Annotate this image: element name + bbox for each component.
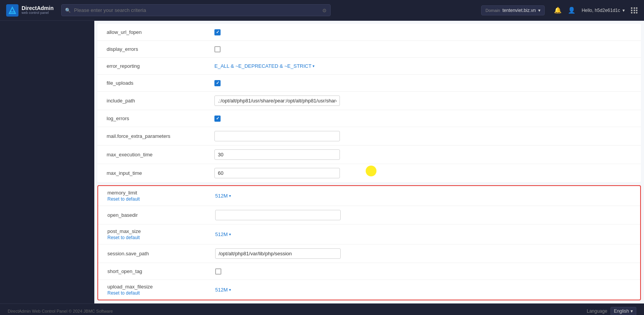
- search-input[interactable]: [61, 4, 331, 16]
- user-greeting[interactable]: Hello, h5d2e61d1c ▾: [582, 8, 625, 13]
- topbar-icons: 🔔 👤 Hello, h5d2e61d1c ▾: [554, 7, 638, 14]
- settings-row-log-errors: log_errors: [97, 110, 641, 127]
- domain-selector[interactable]: Domain tentenviet.biz.vn ▾: [481, 5, 545, 15]
- settings-row-file-uploads: file_uploads: [97, 75, 641, 92]
- setting-name-mail-force: mail.force_extra_parameters: [107, 133, 214, 139]
- reset-to-default-upload[interactable]: Reset to default: [107, 290, 215, 296]
- setting-value-mail-force: [214, 131, 632, 141]
- settings-row-error-reporting: error_reporting E_ALL & ~E_DEPRECATED & …: [97, 58, 641, 75]
- settings-row-open-basedir: open_basedir: [98, 206, 640, 225]
- checkbox-file-uploads[interactable]: [214, 80, 221, 86]
- max-execution-input[interactable]: [214, 149, 340, 160]
- setting-name-stack-upload-max: upload_max_filesize Reset to default: [107, 284, 215, 296]
- max-input-time-input[interactable]: [214, 168, 340, 178]
- footer: DirectAdmin Web Control Panel © 2024 JBM…: [0, 303, 644, 315]
- setting-name-display-errors: display_errors: [107, 46, 214, 52]
- footer-copyright: DirectAdmin Web Control Panel © 2024 JBM…: [8, 309, 113, 313]
- sidebar: [0, 21, 94, 303]
- open-basedir-input[interactable]: [215, 210, 341, 220]
- language-dropdown-arrow: ▾: [631, 308, 633, 314]
- memory-limit-value: 512M: [215, 193, 228, 199]
- error-reporting-value: E_ALL & ~E_DEPRECATED & ~E_STRICT: [214, 63, 311, 69]
- setting-name-memory-limit: memory_limit: [107, 190, 215, 196]
- settings-row-max-input-time: max_input_time: [97, 164, 641, 182]
- settings-row-memory-limit: memory_limit Reset to default 512M ▾: [98, 186, 640, 206]
- setting-value-include-path: [214, 96, 632, 106]
- session-save-path-input[interactable]: [215, 248, 341, 259]
- settings-row-short-open-tag: short_open_tag: [98, 263, 640, 280]
- logo-subtitle: web control panel: [22, 11, 54, 15]
- language-selector[interactable]: English ▾: [611, 307, 636, 315]
- search-icon: 🔍: [65, 8, 71, 13]
- error-reporting-arrow: ▾: [313, 64, 314, 68]
- upload-max-filesize-value: 512M: [215, 287, 228, 293]
- footer-language: Language English ▾: [587, 307, 636, 315]
- settings-panel-top: allow_url_fopen display_errors error_rep…: [97, 24, 641, 182]
- setting-name-max-execution: max_execution_time: [107, 152, 214, 158]
- logo-text: DirectAdmin web control panel: [22, 5, 54, 15]
- setting-value-file-uploads: [214, 80, 632, 86]
- include-path-input[interactable]: [214, 96, 340, 106]
- user-icon[interactable]: 👤: [568, 7, 575, 14]
- settings-row-max-execution: max_execution_time: [97, 146, 641, 164]
- logo-title: DirectAdmin: [22, 5, 54, 11]
- setting-value-memory-limit: 512M ▾: [215, 193, 631, 199]
- post-max-size-arrow: ▾: [229, 232, 231, 236]
- setting-value-max-execution: [214, 149, 632, 160]
- setting-value-open-basedir: [215, 210, 631, 220]
- language-value: English: [614, 308, 629, 314]
- reset-to-default-post-max[interactable]: Reset to default: [107, 235, 215, 240]
- setting-name-post-max-size: post_max_size: [107, 228, 215, 234]
- footer-language-label: Language: [587, 308, 607, 314]
- post-max-size-dropdown[interactable]: 512M ▾: [215, 231, 231, 237]
- upload-max-filesize-dropdown[interactable]: 512M ▾: [215, 287, 231, 293]
- checkbox-short-open-tag[interactable]: [215, 268, 221, 275]
- setting-value-session-save-path: [215, 248, 631, 259]
- memory-limit-arrow: ▾: [229, 194, 231, 198]
- logo-icon: [6, 4, 18, 17]
- error-reporting-dropdown[interactable]: E_ALL & ~E_DEPRECATED & ~E_STRICT ▾: [214, 63, 314, 69]
- setting-name-include-path: include_path: [107, 98, 214, 104]
- setting-value-error-reporting: E_ALL & ~E_DEPRECATED & ~E_STRICT ▾: [214, 63, 632, 69]
- setting-name-stack-memory: memory_limit Reset to default: [107, 190, 215, 202]
- setting-name-short-open-tag: short_open_tag: [107, 268, 215, 274]
- post-max-size-value: 512M: [215, 231, 228, 237]
- domain-label: Domain: [485, 8, 500, 13]
- settings-row-mail-force: mail.force_extra_parameters: [97, 127, 641, 146]
- user-greeting-text: Hello, h5d2e61d1c: [582, 8, 620, 13]
- setting-name-max-input-time: max_input_time: [107, 170, 214, 176]
- apps-grid-icon[interactable]: [631, 7, 638, 13]
- settings-row: allow_url_fopen: [97, 24, 641, 41]
- setting-name-log-errors: log_errors: [107, 116, 214, 121]
- upload-max-filesize-arrow: ▾: [229, 288, 231, 292]
- settings-row-display-errors: display_errors: [97, 41, 641, 58]
- svg-rect-0: [6, 4, 18, 17]
- setting-name-upload-max-filesize: upload_max_filesize: [107, 284, 215, 290]
- mail-force-input[interactable]: [214, 131, 340, 141]
- memory-limit-dropdown[interactable]: 512M ▾: [215, 193, 231, 199]
- logo: DirectAdmin web control panel: [6, 4, 54, 17]
- reset-to-default-memory[interactable]: Reset to default: [107, 196, 215, 202]
- checkbox-log-errors[interactable]: [214, 116, 221, 122]
- search-wrapper: 🔍 ⚙: [61, 4, 331, 16]
- setting-name-stack-post-max: post_max_size Reset to default: [107, 228, 215, 240]
- setting-value-post-max-size: 512M ▾: [215, 231, 631, 237]
- settings-row-upload-max-filesize: upload_max_filesize Reset to default 512…: [98, 280, 640, 300]
- setting-name-session-save-path: session.save_path: [107, 251, 215, 256]
- checkbox-display-errors[interactable]: [214, 46, 221, 52]
- setting-value-short-open-tag: [215, 268, 631, 275]
- settings-row-include-path: include_path: [97, 92, 641, 110]
- notifications-icon[interactable]: 🔔: [554, 7, 562, 14]
- setting-name-open-basedir: open_basedir: [107, 212, 215, 218]
- highlight-section: memory_limit Reset to default 512M ▾ ope…: [97, 185, 641, 300]
- setting-name-error-reporting: error_reporting: [107, 63, 214, 69]
- setting-value-upload-max-filesize: 512M ▾: [215, 287, 631, 293]
- setting-value-max-input-time: [214, 168, 632, 178]
- user-dropdown-arrow: ▾: [622, 8, 625, 13]
- settings-row-post-max-size: post_max_size Reset to default 512M ▾: [98, 225, 640, 245]
- setting-value-display-errors: [214, 46, 632, 52]
- topbar: DirectAdmin web control panel 🔍 ⚙ Domain…: [0, 0, 644, 21]
- search-settings-icon[interactable]: ⚙: [322, 7, 327, 13]
- setting-value-allow-url-fopen: [214, 29, 632, 35]
- checkbox-allow-url-fopen[interactable]: [214, 29, 221, 35]
